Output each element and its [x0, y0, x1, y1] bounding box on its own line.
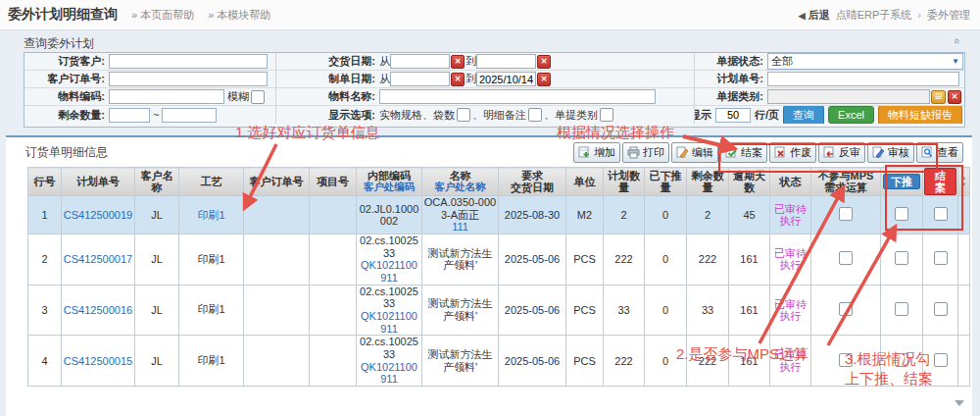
- approve-button[interactable]: 审核: [867, 142, 914, 163]
- clear-date-icon[interactable]: ✕: [537, 55, 551, 69]
- cell-customer-po: [244, 336, 310, 387]
- customer-code-link[interactable]: 客户处编码: [358, 182, 420, 193]
- process-link[interactable]: 印刷1: [197, 209, 224, 221]
- doc-type-checkbox[interactable]: [600, 108, 613, 122]
- close-checkbox[interactable]: [934, 207, 948, 221]
- cell-name: 测试新方法生产领料': [422, 285, 499, 336]
- collapse-panel-icon[interactable]: «: [952, 38, 963, 44]
- scroll-down-icon[interactable]: [955, 400, 964, 406]
- detail-note-checkbox[interactable]: [528, 108, 542, 122]
- col-plan-no: 计划单号: [62, 168, 135, 196]
- void-button[interactable]: 作废: [769, 142, 816, 163]
- mps-checkbox[interactable]: [839, 251, 853, 265]
- push-checkbox[interactable]: [895, 207, 908, 221]
- remain-qty-min-input[interactable]: [109, 108, 150, 123]
- mps-checkbox[interactable]: [839, 207, 853, 221]
- collapse-grid-icon[interactable]: ▲▼: [959, 175, 968, 188]
- plan-no-link[interactable]: CS412500016: [64, 304, 132, 316]
- col-push: 下推: [881, 168, 923, 196]
- col-name: 名称客户处名称: [422, 168, 499, 196]
- cell-line-no: 4: [28, 336, 62, 387]
- customer-code-link[interactable]: QK1021100911: [361, 361, 417, 386]
- fuzzy-checkbox[interactable]: [251, 90, 265, 104]
- customer-code-link[interactable]: QK1021100911: [361, 310, 417, 335]
- annotation-choose-operation: 根据情况选择操作: [557, 124, 674, 142]
- order-customer-input[interactable]: [109, 54, 268, 69]
- annotation-push-close: 3.根据情况勾上下推、结案: [845, 349, 939, 389]
- cell-pushed-qty: 0: [645, 285, 687, 336]
- doc-type-input[interactable]: [767, 89, 930, 104]
- plan-no-link[interactable]: CS412500015: [64, 355, 132, 367]
- clear-date-icon[interactable]: ✕: [451, 73, 465, 86]
- col-customer: 客户名称: [135, 168, 179, 196]
- delivery-date-from-input[interactable]: [390, 54, 450, 69]
- edit-button[interactable]: 编辑: [671, 142, 718, 163]
- material-name-input[interactable]: [379, 89, 656, 104]
- customer-po-input[interactable]: [109, 72, 268, 86]
- col-mps: 不参与MPS需求运算: [811, 168, 881, 196]
- material-code-input[interactable]: [109, 89, 224, 104]
- material-code-label: 物料编码:: [24, 88, 109, 106]
- customer-name-link[interactable]: 客户处名称: [423, 182, 497, 193]
- close-checkbox[interactable]: [934, 302, 948, 316]
- print-button[interactable]: 打印: [622, 142, 669, 163]
- search-button[interactable]: 查询: [783, 106, 824, 124]
- push-checkbox[interactable]: [895, 251, 908, 265]
- clear-date-icon[interactable]: ✕: [451, 55, 465, 69]
- cell-unit: PCS: [566, 336, 604, 387]
- plan-no-input[interactable]: [767, 72, 959, 86]
- doc-status-label: 单据状态:: [695, 53, 767, 71]
- cell-overdue-days: 161: [729, 234, 770, 286]
- order-detail-table: 行号 计划单号 客户名称 工艺 客户订单号 项目号 内部编码客户处编码 名称客户…: [27, 167, 970, 387]
- push-checkbox[interactable]: [895, 302, 908, 316]
- cell-process: 印刷1: [179, 234, 244, 286]
- customer-code-link[interactable]: QK1021100911: [361, 259, 417, 284]
- make-date-from-input[interactable]: [390, 72, 450, 86]
- range-separator: ~: [153, 109, 159, 121]
- cell-overdue-days: 161: [729, 285, 770, 336]
- remain-qty-max-input[interactable]: [162, 108, 217, 123]
- breadcrumb-system[interactable]: 点睛ERP子系统: [836, 8, 912, 23]
- annotation-mps: 2.是否参与MPS运算: [676, 345, 808, 364]
- lookup-icon[interactable]: ⊞: [931, 90, 946, 104]
- bags-checkbox[interactable]: [457, 108, 470, 122]
- rows-per-page-label: 行/页: [755, 108, 779, 123]
- rows-per-page-input[interactable]: [715, 108, 751, 123]
- table-row[interactable]: 2 CS412500017 JL 印刷1 02.cs.1002533QK1021…: [28, 234, 970, 286]
- push-down-button[interactable]: 下推: [883, 174, 920, 189]
- doc-status-select[interactable]: 全部 ▼: [767, 53, 963, 70]
- view-button[interactable]: 查看: [916, 142, 963, 163]
- add-button[interactable]: 增加: [573, 142, 620, 163]
- close-case-button[interactable]: 结案: [720, 142, 767, 163]
- unapprove-button[interactable]: 反审: [818, 142, 865, 163]
- close-case-column-button[interactable]: 结案: [924, 168, 956, 195]
- cell-status: 已审待执行: [771, 247, 809, 271]
- mps-checkbox[interactable]: [839, 302, 853, 316]
- close-checkbox[interactable]: [934, 251, 948, 265]
- table-row[interactable]: 4 CS412500015 JL 印刷1 02.cs.1002533QK1021…: [28, 336, 970, 387]
- col-overdue-days: 逾期天数: [729, 168, 770, 196]
- plan-no-link[interactable]: CS412500019: [64, 209, 132, 221]
- customer-name-link[interactable]: 111: [452, 221, 468, 233]
- cell-project-no: [310, 285, 357, 336]
- help-page-link[interactable]: » 本页面帮助: [131, 8, 194, 23]
- table-row[interactable]: 3 CS412500016 JL 印刷1 02.cs.1002533QK1021…: [28, 285, 970, 336]
- display-option-bags: 袋数: [433, 108, 455, 123]
- plan-no-link[interactable]: CS412500017: [64, 253, 132, 265]
- cell-customer-po: [244, 196, 310, 234]
- cell-overdue-days: 45: [729, 196, 770, 234]
- breadcrumb-module[interactable]: 委外管理: [927, 8, 970, 23]
- clear-icon[interactable]: ✕: [948, 90, 961, 104]
- material-shortage-report-button[interactable]: 物料短缺报告: [878, 106, 962, 124]
- help-module-link[interactable]: » 本模块帮助: [208, 8, 270, 23]
- excel-button[interactable]: Excel: [828, 106, 874, 124]
- delivery-date-to-input[interactable]: [476, 54, 536, 69]
- cell-req-date: 2025-05-06: [499, 285, 566, 336]
- display-options-label: 显示选项:: [276, 106, 379, 124]
- clear-date-icon[interactable]: ✕: [537, 73, 551, 86]
- make-date-to-input[interactable]: [476, 72, 536, 86]
- cell-customer: JL: [135, 234, 179, 286]
- cell-internal-code: 02.cs.1002533: [358, 234, 420, 259]
- table-row-selected[interactable]: 1 CS412500019 JL 印刷1 02.JL0.1000002 OCA.…: [28, 196, 970, 234]
- back-link[interactable]: ◀ 后退: [799, 8, 830, 23]
